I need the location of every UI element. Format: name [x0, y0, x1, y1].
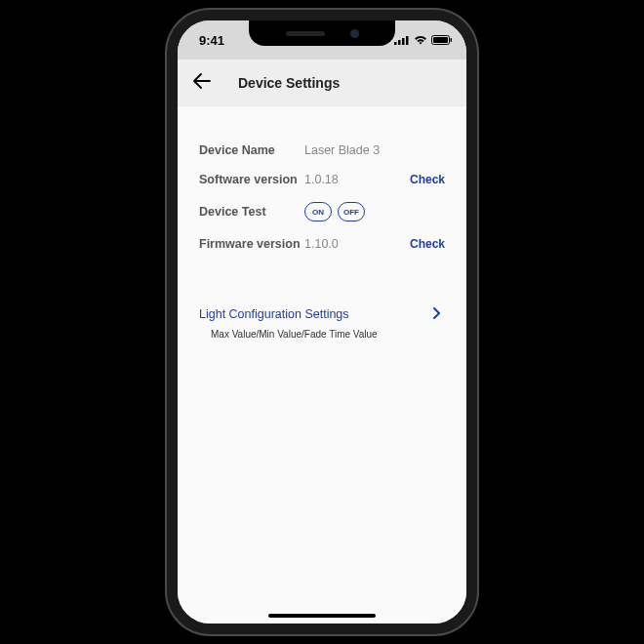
- device-test-on-button[interactable]: ON: [304, 202, 332, 221]
- cellular-icon: [394, 35, 410, 45]
- status-time: 9:41: [199, 33, 224, 48]
- row-firmware-version: Firmware version 1.10.0 Check: [199, 237, 445, 251]
- row-device-test: Device Test ON OFF: [199, 202, 445, 221]
- home-indicator[interactable]: [268, 614, 376, 618]
- svg-rect-5: [433, 37, 448, 43]
- device-name-label: Device Name: [199, 143, 304, 157]
- speaker-grille: [286, 31, 325, 36]
- light-config-desc: Max Value/Min Value/Fade Time Value: [199, 329, 445, 340]
- notch: [249, 20, 395, 46]
- firmware-version-value: 1.10.0: [304, 237, 410, 251]
- software-check-button[interactable]: Check: [410, 173, 445, 186]
- front-camera: [350, 29, 359, 38]
- device-test-off-button[interactable]: OFF: [338, 202, 365, 221]
- device-test-toggle: ON OFF: [304, 202, 365, 221]
- firmware-check-button[interactable]: Check: [410, 237, 445, 251]
- content-area: Device Name Laser Blade 3 Software versi…: [178, 106, 466, 624]
- device-test-label: Device Test: [199, 205, 304, 219]
- device-name-value: Laser Blade 3: [304, 143, 445, 157]
- software-version-label: Software version: [199, 173, 304, 186]
- svg-rect-3: [406, 36, 409, 45]
- row-device-name: Device Name Laser Blade 3: [199, 143, 445, 157]
- phone-frame: 9:41 Device Settings Device Name Laser B…: [167, 10, 477, 634]
- wifi-icon: [414, 35, 427, 45]
- svg-rect-6: [451, 38, 453, 42]
- firmware-version-label: Firmware version: [199, 237, 304, 251]
- software-version-value: 1.0.18: [304, 173, 410, 186]
- chevron-right-icon: [433, 305, 441, 323]
- battery-icon: [431, 35, 453, 45]
- light-config-title: Light Configuration Settings: [199, 307, 349, 321]
- svg-rect-1: [398, 40, 401, 45]
- svg-rect-0: [394, 42, 397, 45]
- svg-rect-2: [402, 38, 405, 45]
- light-config-row[interactable]: Light Configuration Settings: [199, 305, 445, 323]
- page-title: Device Settings: [238, 75, 340, 91]
- back-button[interactable]: [193, 71, 211, 94]
- page-header: Device Settings: [178, 60, 466, 106]
- row-software-version: Software version 1.0.18 Check: [199, 173, 445, 186]
- arrow-left-icon: [193, 73, 211, 89]
